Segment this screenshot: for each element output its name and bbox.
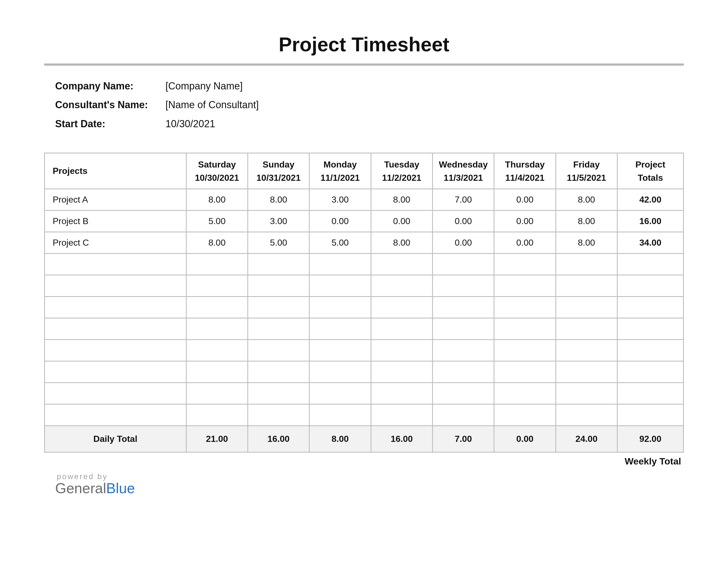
hours-cell [309, 404, 371, 426]
start-date-value: 10/30/2021 [165, 114, 215, 133]
hours-cell [494, 404, 556, 426]
daily-total-0: 21.00 [186, 426, 248, 452]
brand-name: GeneralBlue [55, 480, 684, 497]
hours-cell: 0.00 [432, 232, 494, 253]
hours-cell [186, 318, 248, 340]
meta-start-date: Start Date: 10/30/2021 [55, 114, 684, 133]
hours-cell [186, 253, 248, 275]
hours-cell: 3.00 [309, 189, 371, 210]
hours-cell [432, 383, 494, 404]
header-date: 10/30/2021 [187, 171, 247, 184]
header-dow: Saturday [187, 158, 247, 171]
daily-total-4: 7.00 [432, 426, 494, 452]
hours-cell [494, 340, 556, 361]
project-total-cell [617, 361, 683, 383]
timesheet-page: Project Timesheet Company Name: [Company… [0, 0, 728, 563]
table-row [45, 318, 684, 340]
hours-cell [309, 340, 371, 361]
company-value: [Company Name] [165, 77, 243, 95]
project-total-cell [617, 253, 683, 275]
project-name-cell [45, 318, 186, 340]
project-total-cell: 34.00 [617, 232, 683, 253]
daily-total-label: Daily Total [45, 426, 186, 452]
header-row: Projects Saturday10/30/2021 Sunday10/31/… [45, 153, 684, 189]
branding: powered by GeneralBlue [55, 472, 684, 497]
hours-cell [556, 318, 617, 340]
hours-cell [186, 383, 248, 404]
brand-blue: Blue [106, 480, 135, 496]
meta-consultant: Consultant's Name: [Name of Consultant] [55, 95, 684, 114]
header-dow: Wednesday [433, 158, 494, 171]
project-name-cell [45, 297, 186, 318]
hours-cell [371, 404, 432, 426]
hours-cell: 0.00 [432, 210, 494, 232]
hours-cell: 5.00 [248, 232, 309, 253]
hours-cell [371, 297, 432, 318]
header-date: 11/4/2021 [494, 171, 555, 184]
table-body: Project A8.008.003.008.007.000.008.0042.… [45, 189, 684, 426]
hours-cell [494, 318, 556, 340]
hours-cell: 0.00 [309, 210, 371, 232]
hours-cell [494, 275, 556, 297]
hours-cell [432, 340, 494, 361]
page-title: Project Timesheet [44, 33, 684, 56]
hours-cell: 8.00 [371, 232, 432, 253]
hours-cell [371, 361, 432, 383]
project-name-cell [45, 275, 186, 297]
project-total-cell [617, 404, 683, 426]
header-project-totals: ProjectTotals [617, 153, 683, 189]
hours-cell [494, 361, 556, 383]
hours-cell: 3.00 [248, 210, 309, 232]
hours-cell [186, 404, 248, 426]
header-date: 11/3/2021 [433, 171, 494, 184]
hours-cell [309, 297, 371, 318]
meta-section: Company Name: [Company Name] Consultant'… [55, 77, 684, 133]
header-day-0: Saturday10/30/2021 [186, 153, 248, 189]
table-row [45, 297, 684, 318]
header-day-3: Tuesday11/2/2021 [371, 153, 432, 189]
header-totals-line2: Totals [618, 171, 683, 184]
hours-cell: 0.00 [494, 232, 556, 253]
hours-cell [371, 275, 432, 297]
hours-cell [432, 297, 494, 318]
project-total-cell [617, 275, 683, 297]
hours-cell [432, 404, 494, 426]
project-total-cell [617, 297, 683, 318]
brand-general: General [55, 480, 106, 496]
hours-cell [309, 361, 371, 383]
hours-cell [432, 253, 494, 275]
table-head: Projects Saturday10/30/2021 Sunday10/31/… [45, 153, 684, 189]
project-name-cell: Project A [45, 189, 186, 210]
hours-cell [309, 253, 371, 275]
table-row [45, 361, 684, 383]
header-date: 11/1/2021 [310, 171, 370, 184]
daily-total-3: 16.00 [371, 426, 432, 452]
hours-cell: 8.00 [556, 232, 617, 253]
hours-cell: 0.00 [494, 189, 556, 210]
hours-cell [432, 275, 494, 297]
hours-cell [556, 297, 617, 318]
hours-cell [248, 340, 309, 361]
hours-cell [556, 404, 617, 426]
daily-total-1: 16.00 [248, 426, 309, 452]
hours-cell [556, 340, 617, 361]
table-foot: Daily Total 21.00 16.00 8.00 16.00 7.00 … [45, 426, 684, 452]
hours-cell [248, 361, 309, 383]
project-name-cell [45, 404, 186, 426]
weekly-total-value: 92.00 [617, 426, 683, 452]
hours-cell [248, 297, 309, 318]
header-dow: Friday [556, 158, 617, 171]
hours-cell [371, 340, 432, 361]
header-day-5: Thursday11/4/2021 [494, 153, 556, 189]
header-dow: Tuesday [371, 158, 432, 171]
table-row [45, 340, 684, 361]
hours-cell [556, 361, 617, 383]
header-date: 10/31/2021 [248, 171, 309, 184]
hours-cell [186, 340, 248, 361]
header-projects: Projects [45, 153, 186, 189]
hours-cell [186, 275, 248, 297]
project-name-cell [45, 253, 186, 275]
header-day-6: Friday11/5/2021 [556, 153, 617, 189]
hours-cell [432, 361, 494, 383]
header-dow: Thursday [494, 158, 555, 171]
